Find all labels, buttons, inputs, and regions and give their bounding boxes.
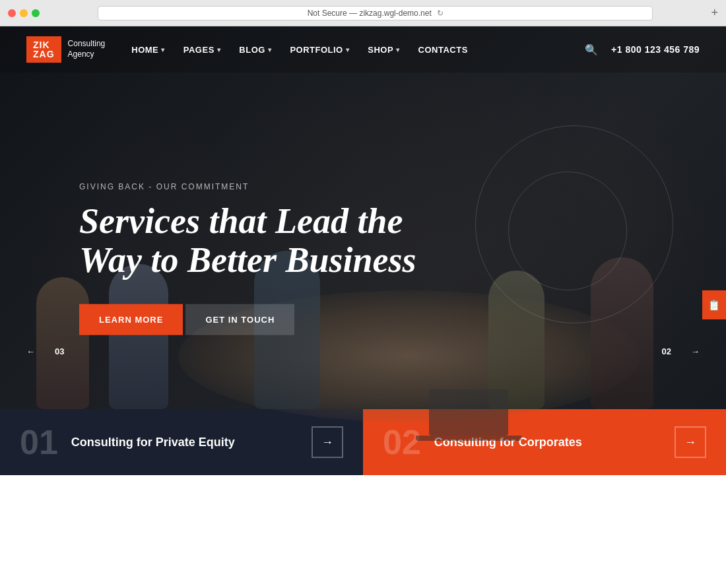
arrow-right-icon: → bbox=[321, 436, 333, 449]
nav-item-pages[interactable]: PAGES ▾ bbox=[183, 45, 221, 55]
service-card-1[interactable]: 01 Consulting for Private Equity → bbox=[0, 409, 363, 475]
arrow-left-icon: ← bbox=[26, 346, 47, 356]
arrow-right-icon: → bbox=[679, 346, 700, 356]
logo-line2: Agency bbox=[68, 49, 106, 60]
reload-icon[interactable]: ↻ bbox=[437, 9, 444, 18]
nav-item-portfolio[interactable]: PORTFOLIO ▾ bbox=[290, 45, 349, 55]
service-arrow-2[interactable]: → bbox=[675, 426, 706, 458]
logo-block[interactable]: ZIK ZAG Consulting Agency bbox=[26, 36, 105, 63]
nav-item-home[interactable]: HOME ▾ bbox=[131, 45, 165, 55]
below-fold bbox=[0, 475, 726, 588]
hero-section: ZIK ZAG Consulting Agency HOME ▾ PAGES ▾ bbox=[0, 26, 726, 475]
hero-buttons: LEARN MORE GET IN TOUCH bbox=[79, 304, 416, 335]
chevron-down-icon: ▾ bbox=[268, 46, 272, 53]
nav-right: 🔍 +1 800 123 456 789 bbox=[585, 44, 700, 56]
slide-prev-button[interactable]: ← 03 bbox=[26, 346, 65, 356]
hero-tagline: GIVING BACK - OUR COMMITMENT bbox=[79, 182, 416, 191]
chevron-down-icon: ▾ bbox=[217, 46, 221, 53]
slide-next-button[interactable]: 02 → bbox=[661, 346, 700, 356]
search-icon[interactable]: 🔍 bbox=[585, 44, 598, 56]
traffic-lights bbox=[8, 9, 40, 17]
chevron-down-icon: ▾ bbox=[161, 46, 165, 53]
browser-chrome: Not Secure — zikzag.wgl-demo.net ↻ + bbox=[0, 0, 726, 26]
address-bar[interactable]: Not Secure — zikzag.wgl-demo.net ↻ bbox=[98, 6, 653, 20]
slide-navigation: ← 03 02 → bbox=[0, 346, 726, 356]
new-tab-button[interactable]: + bbox=[711, 6, 718, 20]
clipboard-icon: 📋 bbox=[708, 299, 721, 311]
minimize-button[interactable] bbox=[20, 9, 28, 17]
logo-badge: ZIK ZAG bbox=[26, 36, 61, 63]
logo-zag: ZAG bbox=[33, 49, 55, 59]
arrow-right-icon: → bbox=[684, 436, 696, 449]
phone-number: +1 800 123 456 789 bbox=[611, 44, 700, 55]
url-text: Not Secure — zikzag.wgl-demo.net bbox=[308, 9, 432, 18]
nav-item-contacts[interactable]: CONTACTS bbox=[418, 45, 468, 55]
logo-line1: Consulting bbox=[68, 39, 106, 49]
laptop-prop bbox=[429, 389, 508, 436]
service-num-1: 01 bbox=[20, 425, 58, 459]
slide-next-num: 02 bbox=[661, 346, 671, 356]
logo-zik: ZIK bbox=[33, 40, 55, 49]
chevron-down-icon: ▾ bbox=[346, 46, 350, 53]
slide-prev-num: 03 bbox=[55, 346, 64, 356]
sticky-action-button[interactable]: 📋 bbox=[702, 290, 726, 319]
service-arrow-1[interactable]: → bbox=[312, 426, 343, 458]
hero-headline: Services that Lead the Way to Better Bus… bbox=[79, 202, 416, 280]
chevron-down-icon: ▾ bbox=[396, 46, 400, 53]
service-label-1: Consulting for Private Equity bbox=[71, 436, 298, 449]
nav-menu: HOME ▾ PAGES ▾ BLOG ▾ PORTFOLIO ▾ SHOP bbox=[131, 45, 585, 55]
deco-circle-2 bbox=[508, 172, 627, 290]
get-in-touch-button[interactable]: GET IN TOUCH bbox=[185, 304, 294, 335]
logo-text: Consulting Agency bbox=[68, 39, 106, 59]
nav-item-shop[interactable]: SHOP ▾ bbox=[368, 45, 399, 55]
nav-item-blog[interactable]: BLOG ▾ bbox=[239, 45, 271, 55]
service-num-2: 02 bbox=[383, 425, 421, 459]
maximize-button[interactable] bbox=[32, 9, 40, 17]
close-button[interactable] bbox=[8, 9, 16, 17]
site-wrapper: ZIK ZAG Consulting Agency HOME ▾ PAGES ▾ bbox=[0, 26, 726, 588]
hero-content: GIVING BACK - OUR COMMITMENT Services th… bbox=[79, 182, 416, 335]
learn-more-button[interactable]: LEARN MORE bbox=[79, 304, 183, 335]
navbar: ZIK ZAG Consulting Agency HOME ▾ PAGES ▾ bbox=[0, 26, 726, 73]
